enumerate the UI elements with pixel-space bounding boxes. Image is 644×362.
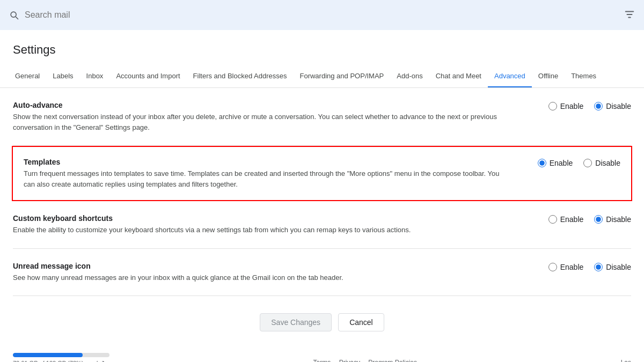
footer-privacy[interactable]: Privacy (339, 359, 360, 362)
keyboard-shortcuts-disable-label[interactable]: Disable (594, 215, 631, 224)
tab-themes[interactable]: Themes (565, 65, 603, 88)
save-button[interactable]: Save Changes (260, 313, 332, 331)
buttons-row: Save Changes Cancel (13, 296, 631, 344)
setting-row-auto-advance: Auto-advance Show the next conversation … (13, 88, 631, 146)
storage-text: 72.61 GB of 100 GB (72%) used (13, 360, 98, 363)
page-title: Settings (0, 30, 644, 57)
keyboard-shortcuts-disable-text: Disable (606, 215, 631, 224)
setting-title-keyboard-shortcuts: Custom keyboard shortcuts (13, 214, 513, 223)
keyboard-shortcuts-enable-text: Enable (560, 215, 584, 224)
setting-controls-keyboard-shortcuts: Enable Disable (513, 215, 631, 224)
setting-info-keyboard-shortcuts: Custom keyboard shortcuts Enable the abi… (13, 214, 513, 235)
settings-page: Settings General Labels Inbox Accounts a… (0, 30, 644, 362)
auto-advance-disable-label[interactable]: Disable (594, 102, 631, 110)
setting-info-auto-advance: Auto-advance Show the next conversation … (13, 101, 513, 132)
footer-sep-2: · (363, 359, 365, 362)
templates-disable-label[interactable]: Disable (583, 159, 620, 167)
tab-add-ons[interactable]: Add-ons (390, 65, 429, 88)
setting-title-unread-message-icon: Unread message icon (13, 262, 513, 270)
tabs-nav: General Labels Inbox Accounts and Import… (0, 65, 644, 88)
storage-bar-wrap (13, 353, 109, 357)
external-link-icon[interactable]: ↗ (100, 359, 105, 362)
filter-icon[interactable] (624, 9, 635, 22)
unread-message-icon-disable-radio[interactable] (594, 263, 603, 271)
tab-forwarding[interactable]: Forwarding and POP/IMAP (293, 65, 390, 88)
footer-last: Las (621, 359, 631, 362)
storage-bar-fill (13, 353, 83, 357)
unread-message-icon-disable-text: Disable (606, 263, 631, 271)
setting-row-keyboard-shortcuts: Custom keyboard shortcuts Enable the abi… (13, 201, 631, 249)
storage-bar (13, 353, 109, 357)
keyboard-shortcuts-disable-radio[interactable] (594, 215, 603, 224)
setting-desc-unread-message-icon: See how many unread messages are in your… (13, 272, 513, 283)
auto-advance-disable-text: Disable (606, 102, 631, 110)
tab-labels[interactable]: Labels (46, 65, 79, 88)
setting-desc-auto-advance: Show the next conversation instead of yo… (13, 112, 513, 132)
setting-desc-keyboard-shortcuts: Enable the ability to customize your key… (13, 225, 513, 235)
setting-controls-auto-advance: Enable Disable (513, 102, 631, 110)
tab-general[interactable]: General (9, 65, 46, 88)
templates-enable-text: Enable (550, 159, 573, 167)
footer: 72.61 GB of 100 GB (72%) used ↗ Terms · … (0, 344, 644, 362)
tab-filters-and-blocked[interactable]: Filters and Blocked Addresses (187, 65, 294, 88)
setting-info-templates: Templates Turn frequent messages into te… (24, 158, 502, 189)
footer-sep-1: · (334, 359, 335, 362)
footer-links: Terms · Privacy · Program Policies (109, 359, 621, 362)
setting-title-templates: Templates (24, 158, 502, 166)
auto-advance-enable-radio[interactable] (548, 102, 557, 110)
templates-enable-radio[interactable] (538, 159, 546, 167)
templates-disable-text: Disable (595, 159, 620, 167)
tab-chat-and-meet[interactable]: Chat and Meet (429, 65, 488, 88)
unread-message-icon-enable-text: Enable (560, 263, 584, 271)
auto-advance-enable-text: Enable (560, 102, 584, 110)
footer-terms[interactable]: Terms (313, 359, 331, 362)
search-bar (0, 0, 644, 30)
settings-content: Auto-advance Show the next conversation … (0, 88, 644, 344)
keyboard-shortcuts-enable-label[interactable]: Enable (548, 215, 584, 224)
setting-row-unread-message-icon: Unread message icon See how many unread … (13, 249, 631, 297)
footer-program-policies[interactable]: Program Policies (368, 359, 417, 362)
auto-advance-enable-label[interactable]: Enable (548, 102, 584, 110)
search-icon (9, 10, 19, 20)
unread-message-icon-enable-radio[interactable] (548, 263, 557, 271)
storage-label: 72.61 GB of 100 GB (72%) used ↗ (13, 359, 109, 362)
tab-advanced[interactable]: Advanced (488, 65, 532, 88)
setting-controls-unread-message-icon: Enable Disable (513, 263, 631, 271)
unread-message-icon-disable-label[interactable]: Disable (594, 263, 631, 271)
templates-disable-radio[interactable] (583, 159, 592, 167)
tab-offline[interactable]: Offline (532, 65, 565, 88)
cancel-button[interactable]: Cancel (338, 313, 384, 331)
setting-row-templates: Templates Turn frequent messages into te… (12, 146, 632, 201)
storage-info: 72.61 GB of 100 GB (72%) used ↗ (13, 353, 109, 362)
auto-advance-disable-radio[interactable] (594, 102, 603, 110)
search-input[interactable] (25, 10, 618, 20)
setting-info-unread-message-icon: Unread message icon See how many unread … (13, 262, 513, 283)
unread-message-icon-enable-label[interactable]: Enable (548, 263, 584, 271)
keyboard-shortcuts-enable-radio[interactable] (548, 215, 557, 224)
tab-inbox[interactable]: Inbox (80, 65, 110, 88)
tab-accounts-and-import[interactable]: Accounts and Import (109, 65, 186, 88)
templates-enable-label[interactable]: Enable (538, 159, 573, 167)
setting-desc-templates: Turn frequent messages into templates to… (24, 168, 502, 189)
setting-title-auto-advance: Auto-advance (13, 101, 513, 109)
setting-controls-templates: Enable Disable (502, 159, 620, 167)
